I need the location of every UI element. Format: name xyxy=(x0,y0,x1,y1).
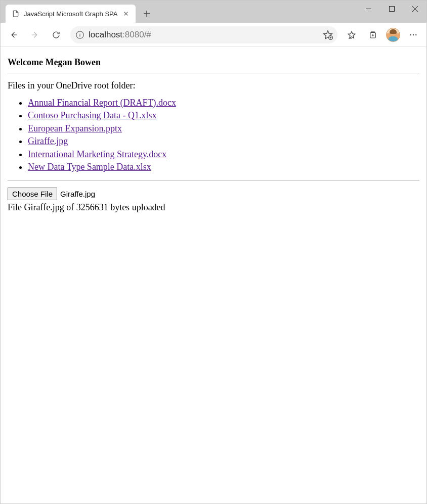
choose-file-button[interactable]: Choose File xyxy=(8,188,57,200)
url-host: localhost xyxy=(89,30,122,39)
page-content: Welcome Megan Bowen Files in your OneDri… xyxy=(1,47,426,503)
chosen-file-name: Giraffe.jpg xyxy=(60,190,95,198)
file-link[interactable]: Contoso Purchasing Data - Q1.xlsx xyxy=(28,110,156,120)
files-heading: Files in your OneDrive root folder: xyxy=(8,80,419,91)
window-close-button[interactable] xyxy=(403,1,426,17)
list-item: Giraffe.jpg xyxy=(28,135,419,147)
browser-toolbar: localhost:8080/# xyxy=(1,23,426,47)
list-item: International Marketing Strategy.docx xyxy=(28,149,419,160)
file-link[interactable]: Giraffe.jpg xyxy=(28,136,68,146)
list-item: European Expansion.pptx xyxy=(28,123,419,134)
add-favorite-icon[interactable] xyxy=(322,29,333,40)
list-item: New Data Type Sample Data.xlsx xyxy=(28,161,419,173)
file-link[interactable]: Annual Financial Report (DRAFT).docx xyxy=(28,98,176,108)
back-button[interactable] xyxy=(4,25,24,45)
refresh-button[interactable] xyxy=(46,25,66,45)
file-link[interactable]: European Expansion.pptx xyxy=(28,123,122,133)
forward-button[interactable] xyxy=(25,25,45,45)
tab-close-button[interactable] xyxy=(121,9,131,18)
browser-window: JavaScript Microsoft Graph SPA xyxy=(0,0,427,504)
upload-status: File Giraffe.jpg of 3256631 bytes upload… xyxy=(8,202,419,213)
file-link[interactable]: New Data Type Sample Data.xlsx xyxy=(28,162,151,172)
url-text: localhost:8080/# xyxy=(89,30,318,40)
list-item: Annual Financial Report (DRAFT).docx xyxy=(28,97,419,109)
address-bar[interactable]: localhost:8080/# xyxy=(70,26,337,43)
svg-point-6 xyxy=(410,34,411,35)
divider xyxy=(8,180,419,180)
tab-title: JavaScript Microsoft Graph SPA xyxy=(24,10,117,18)
file-link[interactable]: International Marketing Strategy.docx xyxy=(28,149,166,159)
file-list: Annual Financial Report (DRAFT).docx Con… xyxy=(8,97,419,173)
user-name: Megan Bowen xyxy=(45,57,101,67)
site-info-icon[interactable] xyxy=(75,30,84,39)
svg-rect-0 xyxy=(389,6,394,11)
tab-strip: JavaScript Microsoft Graph SPA xyxy=(1,1,155,23)
url-path: :8080/# xyxy=(122,30,151,39)
list-item: Contoso Purchasing Data - Q1.xlsx xyxy=(28,110,419,121)
collections-button[interactable] xyxy=(363,25,383,45)
window-controls xyxy=(357,1,426,17)
welcome-heading: Welcome Megan Bowen xyxy=(8,57,419,68)
svg-point-7 xyxy=(413,34,414,35)
page-favicon-icon xyxy=(12,10,20,18)
svg-point-8 xyxy=(415,34,416,35)
title-bar: JavaScript Microsoft Graph SPA xyxy=(1,1,426,23)
welcome-prefix: Welcome xyxy=(8,57,45,67)
divider xyxy=(8,73,419,73)
browser-tab[interactable]: JavaScript Microsoft Graph SPA xyxy=(6,5,136,23)
file-upload-row: Choose File Giraffe.jpg xyxy=(8,188,419,200)
settings-menu-button[interactable] xyxy=(403,25,423,45)
new-tab-button[interactable] xyxy=(139,6,155,22)
profile-avatar[interactable] xyxy=(386,28,400,42)
window-maximize-button[interactable] xyxy=(380,1,403,17)
favorites-button[interactable] xyxy=(341,25,362,45)
svg-point-3 xyxy=(79,32,80,33)
window-minimize-button[interactable] xyxy=(357,1,380,17)
